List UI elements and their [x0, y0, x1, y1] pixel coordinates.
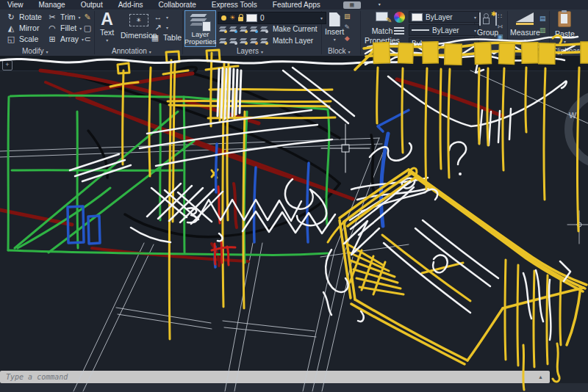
- layer-state-icon[interactable]: [239, 37, 247, 44]
- chevron-down-icon[interactable]: ▾: [166, 25, 168, 30]
- block-attributes-icon[interactable]: ◆: [345, 34, 350, 43]
- chevron-down-icon[interactable]: ▾: [106, 37, 108, 43]
- app-store-icon: ▦: [350, 0, 355, 10]
- trim-label: Trim: [60, 12, 76, 21]
- color-wheel-icon[interactable]: [394, 12, 405, 23]
- command-input[interactable]: Type a command: [0, 373, 68, 381]
- chevron-down-icon[interactable]: ▾: [564, 39, 566, 44]
- scale-icon: ◱: [6, 35, 16, 43]
- measure-ruler-stripe: [516, 23, 534, 25]
- group-edit-icon[interactable]: ∺: [497, 22, 503, 31]
- chevron-down-icon[interactable]: ▾: [474, 15, 476, 20]
- layer-on-bulb-icon[interactable]: [221, 15, 226, 21]
- chevron-down-icon[interactable]: ▾: [474, 41, 476, 46]
- layer-properties-button[interactable]: Layer Properties: [184, 10, 216, 47]
- array-button[interactable]: ⊞ Array ▾: [47, 35, 84, 43]
- feather-icon: ✎: [82, 12, 93, 21]
- layer-state-icon[interactable]: [259, 26, 268, 32]
- quick-calc-icon[interactable]: ▥: [539, 26, 546, 35]
- quick-select-icon[interactable]: ▤: [539, 14, 546, 23]
- layer-state-icon[interactable]: [229, 37, 237, 44]
- erase-button[interactable]: ✎: [82, 12, 93, 21]
- lineweight-dropdown[interactable]: ByLayer ▾: [409, 24, 479, 36]
- chevron-down-icon[interactable]: ▾: [379, 0, 381, 10]
- block-panel-label[interactable]: Block▾: [328, 47, 350, 55]
- chevron-down-icon[interactable]: ▾: [334, 37, 336, 42]
- match-properties-label: Match: [372, 26, 393, 35]
- trim-button[interactable]: ✂ Trim ▾: [47, 12, 81, 21]
- mirror-button[interactable]: ◭ Mirror: [6, 23, 39, 32]
- layer-thaw-sun-icon[interactable]: ☀: [229, 15, 235, 21]
- create-block-icon[interactable]: ▧: [344, 12, 351, 21]
- group-selection-icon[interactable]: ▣: [497, 32, 503, 41]
- layer-select-dropdown[interactable]: ☀ 0 ▾: [218, 12, 326, 24]
- scale-button[interactable]: ◱ Scale: [6, 35, 38, 43]
- match-properties-icon: ✎: [376, 12, 388, 21]
- explode-button[interactable]: ▢: [82, 23, 93, 32]
- menu-view[interactable]: View: [7, 0, 24, 10]
- fillet-button[interactable]: ◠ Fillet ▾: [47, 23, 82, 32]
- layer-state-icon[interactable]: [259, 37, 268, 44]
- layer-unlock-icon[interactable]: [238, 17, 243, 21]
- paste-label: Paste: [555, 29, 575, 38]
- chevron-down-icon: ▾: [149, 50, 151, 54]
- object-color-dropdown[interactable]: ByLayer ▾: [409, 11, 479, 23]
- group-icon: ✱: [479, 12, 497, 26]
- menu-express-tools[interactable]: Express Tools: [212, 0, 257, 10]
- current-layer-name: 0: [260, 14, 265, 22]
- text-a-icon: A: [101, 11, 113, 27]
- star-icon: ✱: [491, 10, 497, 18]
- dim-linear-button[interactable]: ↔ ▾: [153, 12, 168, 21]
- viewcube-west-label[interactable]: W: [569, 111, 576, 120]
- menu-add-ins[interactable]: Add-ins: [118, 0, 143, 10]
- leader-button[interactable]: ↗ ▾: [153, 23, 168, 32]
- rotate-button[interactable]: ↻ Rotate: [6, 12, 42, 21]
- match-layer-button[interactable]: Match Layer: [218, 37, 313, 45]
- panel-separator: [507, 11, 508, 54]
- edit-block-icon[interactable]: ✎: [344, 23, 350, 32]
- layers-panel-label[interactable]: Layers▾: [237, 47, 263, 55]
- menu-output[interactable]: Output: [81, 0, 103, 10]
- layer-properties-label2: Properties: [184, 38, 216, 46]
- layer-state-icon[interactable]: [218, 37, 226, 44]
- panel-separator: [94, 11, 95, 54]
- annotation-panel-label[interactable]: Annotation▾: [112, 47, 151, 55]
- layer-state-icon[interactable]: [249, 26, 257, 32]
- menu-manage[interactable]: Manage: [39, 0, 65, 10]
- text-button[interactable]: ✳ A Text ▾: [100, 11, 114, 43]
- make-current-button[interactable]: Make Current: [218, 25, 318, 33]
- layer-state-icon[interactable]: [249, 37, 257, 44]
- layer-state-icon[interactable]: [229, 26, 237, 32]
- offset-button[interactable]: ⊂: [82, 35, 93, 43]
- layer-color-swatch[interactable]: [246, 14, 257, 22]
- chevron-down-icon[interactable]: ▾: [79, 15, 81, 20]
- chevron-down-icon[interactable]: ▾: [320, 15, 323, 21]
- clipboard-panel-label[interactable]: Clipboard: [552, 47, 584, 55]
- app-store-button[interactable]: ▦: [343, 1, 361, 9]
- linetype-dropdown[interactable]: ByLayer ▾: [409, 37, 479, 49]
- group-button[interactable]: ✱ Group: [477, 12, 498, 37]
- measure-button[interactable]: Measure ▾: [510, 12, 540, 43]
- command-history-expand-icon[interactable]: ▲: [538, 374, 543, 380]
- chevron-down-icon[interactable]: ▾: [79, 26, 82, 31]
- rotate-label: Rotate: [19, 12, 42, 21]
- command-bar[interactable]: Type a command ▲: [0, 371, 550, 383]
- status-strip: [0, 383, 588, 392]
- chevron-down-icon[interactable]: ▾: [474, 28, 476, 33]
- table-button[interactable]: ▦ Table: [150, 33, 182, 42]
- modify-panel-label[interactable]: Modify▾: [22, 47, 48, 55]
- drawing-canvas[interactable]: +: [0, 56, 588, 392]
- menu-collaborate[interactable]: Collaborate: [159, 0, 196, 10]
- file-tab-bar: +: [0, 56, 588, 71]
- ribbon: ↻ Rotate ✂ Trim ▾ ✎ ◭ Mirror ◠ Fillet ▾ …: [0, 10, 588, 56]
- ungroup-icon[interactable]: ∷: [498, 12, 502, 21]
- new-drawing-plus-button[interactable]: +: [2, 60, 12, 70]
- offset-icon: ⊂: [82, 35, 93, 43]
- insert-button[interactable]: Insert ▾: [325, 12, 344, 42]
- chevron-down-icon[interactable]: ▾: [524, 37, 526, 43]
- layer-state-icon[interactable]: [218, 26, 226, 32]
- layer-state-icon[interactable]: [239, 26, 247, 32]
- chevron-down-icon[interactable]: ▾: [166, 15, 168, 20]
- menu-featured-apps[interactable]: Featured Apps: [273, 0, 320, 10]
- paste-button[interactable]: Paste ▾: [555, 11, 575, 44]
